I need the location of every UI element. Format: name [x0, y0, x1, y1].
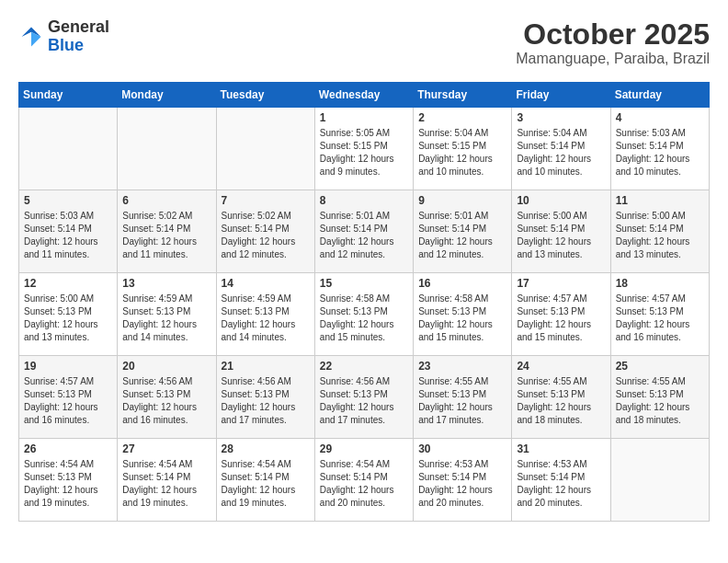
logo-icon: [18, 24, 44, 50]
day-number: 19: [24, 360, 112, 373]
calendar-week-1: 1Sunrise: 5:05 AM Sunset: 5:15 PM Daylig…: [19, 108, 710, 190]
calendar-cell: 26Sunrise: 4:54 AM Sunset: 5:13 PM Dayli…: [19, 439, 118, 522]
weekday-header-friday: Friday: [512, 83, 610, 108]
calendar-cell: [216, 108, 314, 190]
day-info: Sunrise: 5:03 AM Sunset: 5:14 PM Dayligh…: [616, 127, 704, 178]
day-number: 23: [418, 360, 506, 373]
day-number: 10: [517, 194, 605, 207]
day-number: 8: [320, 194, 408, 207]
calendar-cell: 4Sunrise: 5:03 AM Sunset: 5:14 PM Daylig…: [610, 108, 709, 190]
calendar-cell: 9Sunrise: 5:01 AM Sunset: 5:14 PM Daylig…: [414, 190, 512, 273]
calendar-cell: 13Sunrise: 4:59 AM Sunset: 5:13 PM Dayli…: [118, 273, 216, 356]
title-block: October 2025 Mamanguape, Paraiba, Brazil: [516, 18, 710, 67]
calendar-cell: 30Sunrise: 4:53 AM Sunset: 5:14 PM Dayli…: [414, 439, 512, 522]
day-info: Sunrise: 5:05 AM Sunset: 5:15 PM Dayligh…: [320, 127, 408, 178]
day-info: Sunrise: 4:57 AM Sunset: 5:13 PM Dayligh…: [517, 293, 605, 344]
day-number: 3: [517, 111, 605, 124]
calendar-cell: 15Sunrise: 4:58 AM Sunset: 5:13 PM Dayli…: [314, 273, 413, 356]
calendar-cell: 22Sunrise: 4:56 AM Sunset: 5:13 PM Dayli…: [314, 356, 413, 439]
calendar-week-2: 5Sunrise: 5:03 AM Sunset: 5:14 PM Daylig…: [19, 190, 710, 273]
calendar-cell: 14Sunrise: 4:59 AM Sunset: 5:13 PM Dayli…: [216, 273, 314, 356]
calendar-cell: 16Sunrise: 4:58 AM Sunset: 5:13 PM Dayli…: [414, 273, 512, 356]
day-number: 18: [616, 277, 704, 290]
day-info: Sunrise: 4:57 AM Sunset: 5:13 PM Dayligh…: [24, 375, 112, 427]
day-info: Sunrise: 5:04 AM Sunset: 5:14 PM Dayligh…: [517, 127, 605, 178]
calendar-cell: 5Sunrise: 5:03 AM Sunset: 5:14 PM Daylig…: [19, 190, 118, 273]
day-number: 20: [122, 360, 210, 373]
calendar-cell: 1Sunrise: 5:05 AM Sunset: 5:15 PM Daylig…: [314, 108, 413, 190]
day-info: Sunrise: 4:58 AM Sunset: 5:13 PM Dayligh…: [418, 293, 506, 344]
day-number: 16: [418, 277, 506, 290]
calendar-cell: 10Sunrise: 5:00 AM Sunset: 5:14 PM Dayli…: [512, 190, 610, 273]
day-info: Sunrise: 4:54 AM Sunset: 5:14 PM Dayligh…: [122, 458, 210, 510]
day-info: Sunrise: 5:01 AM Sunset: 5:14 PM Dayligh…: [320, 210, 408, 261]
day-number: 31: [517, 442, 605, 455]
day-number: 17: [517, 277, 605, 290]
calendar-cell: 27Sunrise: 4:54 AM Sunset: 5:14 PM Dayli…: [118, 439, 216, 522]
day-info: Sunrise: 5:03 AM Sunset: 5:14 PM Dayligh…: [24, 210, 112, 261]
calendar-week-3: 12Sunrise: 5:00 AM Sunset: 5:13 PM Dayli…: [19, 273, 710, 356]
day-number: 4: [616, 111, 704, 124]
calendar-cell: 25Sunrise: 4:55 AM Sunset: 5:13 PM Dayli…: [610, 356, 709, 439]
day-info: Sunrise: 5:02 AM Sunset: 5:14 PM Dayligh…: [122, 210, 210, 261]
day-number: 26: [24, 442, 112, 455]
day-number: 1: [320, 111, 408, 124]
location-subtitle: Mamanguape, Paraiba, Brazil: [516, 51, 710, 67]
calendar-cell: 24Sunrise: 4:55 AM Sunset: 5:13 PM Dayli…: [512, 356, 610, 439]
day-info: Sunrise: 4:55 AM Sunset: 5:13 PM Dayligh…: [616, 375, 704, 427]
weekday-header-monday: Monday: [118, 83, 216, 108]
logo-blue-text: Blue: [48, 36, 84, 54]
calendar-cell: 29Sunrise: 4:54 AM Sunset: 5:14 PM Dayli…: [314, 439, 413, 522]
calendar-cell: 3Sunrise: 5:04 AM Sunset: 5:14 PM Daylig…: [512, 108, 610, 190]
logo: General Blue: [18, 18, 109, 55]
day-number: 9: [418, 194, 506, 207]
day-number: 21: [222, 360, 310, 373]
calendar-cell: 21Sunrise: 4:56 AM Sunset: 5:13 PM Dayli…: [216, 356, 314, 439]
day-number: 5: [24, 194, 112, 207]
day-info: Sunrise: 4:53 AM Sunset: 5:14 PM Dayligh…: [418, 458, 506, 510]
calendar-cell: 11Sunrise: 5:00 AM Sunset: 5:14 PM Dayli…: [610, 190, 709, 273]
day-info: Sunrise: 4:55 AM Sunset: 5:13 PM Dayligh…: [517, 375, 605, 427]
calendar-cell: 6Sunrise: 5:02 AM Sunset: 5:14 PM Daylig…: [118, 190, 216, 273]
calendar-cell: 31Sunrise: 4:53 AM Sunset: 5:14 PM Dayli…: [512, 439, 610, 522]
day-number: 29: [320, 442, 408, 455]
day-info: Sunrise: 5:04 AM Sunset: 5:15 PM Dayligh…: [418, 127, 506, 178]
calendar-cell: 19Sunrise: 4:57 AM Sunset: 5:13 PM Dayli…: [19, 356, 118, 439]
weekday-header-row: SundayMondayTuesdayWednesdayThursdayFrid…: [19, 83, 710, 108]
day-number: 2: [418, 111, 506, 124]
calendar-cell: 20Sunrise: 4:56 AM Sunset: 5:13 PM Dayli…: [118, 356, 216, 439]
weekday-header-wednesday: Wednesday: [314, 83, 413, 108]
calendar-cell: 2Sunrise: 5:04 AM Sunset: 5:15 PM Daylig…: [414, 108, 512, 190]
day-info: Sunrise: 4:55 AM Sunset: 5:13 PM Dayligh…: [418, 375, 506, 427]
calendar-week-5: 26Sunrise: 4:54 AM Sunset: 5:13 PM Dayli…: [19, 439, 710, 522]
day-number: 11: [616, 194, 704, 207]
day-info: Sunrise: 5:00 AM Sunset: 5:13 PM Dayligh…: [24, 293, 112, 344]
day-info: Sunrise: 4:56 AM Sunset: 5:13 PM Dayligh…: [222, 375, 310, 427]
day-number: 22: [320, 360, 408, 373]
weekday-header-saturday: Saturday: [610, 83, 709, 108]
day-number: 15: [320, 277, 408, 290]
day-info: Sunrise: 4:56 AM Sunset: 5:13 PM Dayligh…: [122, 375, 210, 427]
day-info: Sunrise: 4:53 AM Sunset: 5:14 PM Dayligh…: [517, 458, 605, 510]
calendar-cell: [19, 108, 118, 190]
day-info: Sunrise: 4:56 AM Sunset: 5:13 PM Dayligh…: [320, 375, 408, 427]
day-info: Sunrise: 4:59 AM Sunset: 5:13 PM Dayligh…: [122, 293, 210, 344]
calendar-cell: 17Sunrise: 4:57 AM Sunset: 5:13 PM Dayli…: [512, 273, 610, 356]
calendar-week-4: 19Sunrise: 4:57 AM Sunset: 5:13 PM Dayli…: [19, 356, 710, 439]
day-info: Sunrise: 5:00 AM Sunset: 5:14 PM Dayligh…: [616, 210, 704, 261]
day-number: 13: [122, 277, 210, 290]
day-number: 27: [122, 442, 210, 455]
calendar-cell: 28Sunrise: 4:54 AM Sunset: 5:14 PM Dayli…: [216, 439, 314, 522]
calendar-cell: 12Sunrise: 5:00 AM Sunset: 5:13 PM Dayli…: [19, 273, 118, 356]
day-number: 12: [24, 277, 112, 290]
calendar-cell: 23Sunrise: 4:55 AM Sunset: 5:13 PM Dayli…: [414, 356, 512, 439]
day-number: 24: [517, 360, 605, 373]
calendar-cell: 7Sunrise: 5:02 AM Sunset: 5:14 PM Daylig…: [216, 190, 314, 273]
weekday-header-thursday: Thursday: [414, 83, 512, 108]
weekday-header-sunday: Sunday: [19, 83, 118, 108]
day-info: Sunrise: 5:01 AM Sunset: 5:14 PM Dayligh…: [418, 210, 506, 261]
calendar-cell: [610, 439, 709, 522]
calendar-cell: [118, 108, 216, 190]
day-number: 14: [222, 277, 310, 290]
month-title: October 2025: [516, 18, 710, 51]
